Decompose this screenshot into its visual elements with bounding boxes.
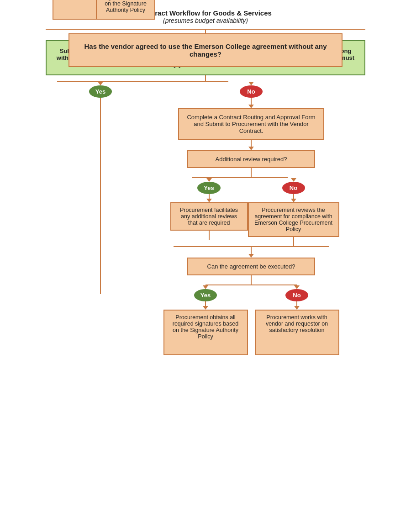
connector-merge-v xyxy=(251,247,252,254)
oval-no-additional: No xyxy=(282,182,305,194)
hline-add-no xyxy=(251,177,288,178)
oval-no-top: No xyxy=(240,85,263,98)
oval-yes-additional: Yes xyxy=(197,182,220,194)
arrow-add-no xyxy=(291,178,296,182)
arrow-add-yes xyxy=(206,178,212,182)
connector-rev-2 xyxy=(293,237,294,246)
procurement-obtains-box: Procurement obtains all required signatu… xyxy=(163,310,248,355)
connector-fac-2 xyxy=(209,231,210,240)
oval-yes-top: Yes xyxy=(89,85,112,98)
connector-proc-obtain-1 xyxy=(205,301,206,306)
oval-no-execute: No xyxy=(285,289,308,301)
routing-form-box: Complete a Contract Routing and Approval… xyxy=(178,108,324,140)
arrow-execute xyxy=(248,254,254,258)
hline-exec-no xyxy=(251,284,297,285)
oval-yes-execute: Yes xyxy=(194,289,217,301)
connector-left-long xyxy=(100,98,101,294)
arrow-reviews xyxy=(291,199,296,202)
connector-rev-1 xyxy=(293,194,294,199)
arrow-exec-no xyxy=(294,285,300,289)
hline-add-yes xyxy=(192,177,251,178)
connector-v2 xyxy=(251,140,252,147)
procurement-facilitates-box: Procurement facilitates any additional r… xyxy=(170,202,248,231)
arrow-yes xyxy=(98,82,103,85)
arrow-facilitates xyxy=(206,199,212,202)
can-execute-box: Can the agreement be executed? xyxy=(187,258,315,275)
arrow-no-top xyxy=(248,82,254,85)
hline-exec-yes xyxy=(206,284,251,285)
flowchart: Has the vendor agreed to use the Emerson… xyxy=(9,33,402,75)
additional-review-box: Additional review required? xyxy=(187,150,315,168)
obtain-signatures-box: Obtain all required signatures based on … xyxy=(96,0,155,20)
procurement-reviews-box: Procurement reviews the agreement for co… xyxy=(248,202,339,237)
top-question-box: Has the vendor agreed to use the Emerson… xyxy=(68,33,342,67)
connector-exec-v xyxy=(251,275,252,284)
arrow-exec-yes xyxy=(203,285,208,289)
arrow-proc-works xyxy=(294,306,300,310)
arrow-routing xyxy=(248,105,254,108)
connector-v3 xyxy=(251,168,252,177)
connector-no-1 xyxy=(251,98,252,105)
connector-proc-works-1 xyxy=(296,301,297,306)
arrow-additional xyxy=(248,147,254,150)
sign-contract-box: Sign the contract xyxy=(53,0,98,20)
connector-fac-1 xyxy=(209,194,210,199)
procurement-works-box: Procurement works with vendor and reques… xyxy=(255,310,339,355)
arrow-proc-obtain xyxy=(203,306,208,310)
